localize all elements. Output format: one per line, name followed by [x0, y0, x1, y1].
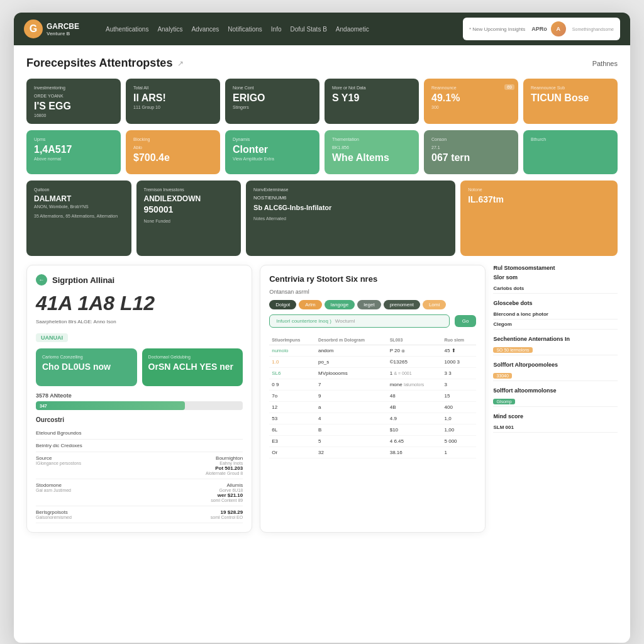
- card-4-value: 49.1%: [431, 93, 511, 103]
- table-row[interactable]: 12 a 4B 400: [269, 402, 476, 413]
- tab-0[interactable]: Dolgot: [269, 300, 296, 309]
- detail-rows: Etelound Bgroundos Beintry dic Credoxes …: [36, 427, 243, 523]
- card-0-label: Investmentoring: [34, 85, 113, 91]
- page-header: Forecepsites Attentropstes ↗ Pathnes: [26, 57, 618, 70]
- cards-row1: Investmentoring ORDE YOANK I'S EGG 16800…: [26, 79, 618, 124]
- detail-1-label: Beintry dic Credoxes: [36, 443, 82, 448]
- search-value: Wocturnl: [335, 318, 355, 324]
- table-row[interactable]: 1.0 po_s ©13265 1000 3: [269, 357, 476, 368]
- search-row: Infuorl countertore Inoq ) Wocturnl Go: [269, 314, 476, 328]
- table-row[interactable]: SL6 MVplooooms 1 & = 0001 3 3: [269, 368, 476, 379]
- left-panel: ← Sigrption Allinai 41A 1A8 L12 Saarphel…: [26, 265, 252, 533]
- nav-link-3[interactable]: Notifications: [228, 26, 262, 33]
- nav-link-4[interactable]: Info: [271, 26, 282, 33]
- table-row[interactable]: 0 9 7 mone Ialumolors 3: [269, 379, 476, 391]
- td-c2: po_s: [316, 357, 387, 368]
- card-r3-1[interactable]: Tremison Invesstons ANDILEXDOWN 950001 N…: [136, 180, 242, 256]
- td-c2: 7: [316, 379, 387, 391]
- nav-link-6[interactable]: Andaometic: [336, 26, 369, 33]
- table-row[interactable]: 53 4 4.9 1,0: [269, 413, 476, 425]
- card-r3-3-sublabel: IL.637tm: [468, 195, 610, 204]
- card-r3-3[interactable]: Notone IL.637tm: [460, 180, 618, 256]
- search-btn[interactable]: Go: [455, 315, 477, 327]
- far-right-section-2: Sechentione Anternations InSO 50 lermolo…: [493, 336, 618, 355]
- card-3[interactable]: More or Not Data S Y19: [325, 79, 419, 124]
- card-r3-1-sublabel: ANDILEXDOWN: [144, 195, 234, 203]
- card-1-sub: 111 Group 10: [133, 105, 213, 109]
- card-0[interactable]: Investmentoring ORDE YOANK I'S EGG 16800: [26, 79, 121, 124]
- nav-link-2[interactable]: Advances: [191, 26, 219, 33]
- td-c4: 400: [442, 402, 477, 413]
- card-r2-5[interactable]: Bthurch: [523, 130, 618, 174]
- nav-link-5[interactable]: Doful Stats B: [290, 26, 326, 33]
- card-r2-5-label: Bthurch: [531, 136, 610, 142]
- sub-card-1[interactable]: Carlomo Czonzelling Cho DL0US now: [36, 348, 137, 386]
- page-arrow-icon: ↗: [177, 59, 184, 68]
- card-r3-0[interactable]: Quitoon DALMART ANON, Wombole, BrobYNS 3…: [26, 180, 131, 256]
- logo-name: GARCBE: [47, 22, 79, 31]
- far-right-section-5: Mind scoreSLM 001: [493, 413, 618, 433]
- search-input-wrap[interactable]: Infuorl countertore Inoq ) Wocturnl: [269, 314, 450, 328]
- tab-2[interactable]: langoge: [325, 300, 355, 309]
- td-c3: 48: [387, 391, 442, 402]
- user-avatar[interactable]: A: [551, 21, 566, 36]
- detail-2-value: Pot 501.203: [206, 465, 243, 471]
- page-actions[interactable]: Pathnes: [592, 60, 618, 67]
- card-5-label: Reannounce Sub: [531, 85, 610, 91]
- search-input-text: Infuorl countertore Inoq ): [276, 318, 331, 324]
- tab-1[interactable]: Arlm: [299, 300, 321, 309]
- card-2-sub: Stingers: [233, 105, 312, 109]
- card-r2-3[interactable]: Thementation BK1.856 Whe Altems: [325, 130, 419, 174]
- td-c3: 4 6.45: [387, 436, 442, 447]
- td-c3: 4.9: [387, 413, 442, 425]
- panel-back-btn[interactable]: ←: [36, 274, 47, 286]
- progress-bar-fill: 347: [36, 401, 185, 410]
- table-row[interactable]: E3 5 4 6.45 5 000: [269, 436, 476, 447]
- tab-5[interactable]: Lomi: [423, 300, 446, 309]
- card-r2-1[interactable]: Blocking Ablo $700.4e: [126, 130, 220, 174]
- detail-2-desc: Bournighton: [206, 455, 243, 461]
- tab-3[interactable]: leget: [357, 300, 380, 309]
- card-r2-4[interactable]: Conson 27.1 067 tern: [424, 130, 518, 174]
- panel-title: Sigrption Allinai: [52, 275, 114, 285]
- card-r2-0-value: 1,4A517: [34, 145, 113, 155]
- card-5[interactable]: Reannounce Sub TICUN Bose: [523, 79, 618, 124]
- table-row[interactable]: Or 32 38.16 1: [269, 447, 476, 458]
- card-1[interactable]: Total All Il ARS! 111 Group 10: [126, 79, 220, 124]
- card-r2-2-label: Dynamis: [233, 136, 312, 142]
- card-4[interactable]: Reannounce 49.1% 300 69: [424, 79, 518, 124]
- td-c3: ©13265: [387, 357, 442, 368]
- tab-4[interactable]: prenoment: [384, 300, 420, 309]
- table-row[interactable]: 6L B $10 1,00: [269, 425, 476, 436]
- far-right-section-title: Solffort Altorpoomolees: [493, 362, 618, 368]
- detail-3-descsub: Gorve 6U18: [211, 488, 243, 492]
- nav-link-0[interactable]: Authentications: [106, 26, 148, 33]
- td-c3: mone Ialumolors: [387, 379, 442, 391]
- table-row[interactable]: 7o 9 48 15: [269, 391, 476, 402]
- sub-card-2[interactable]: Doctomaol Geldubing OrSN ACLH YES ner: [142, 348, 243, 386]
- table-row[interactable]: numolo andom P 20 ◉ 45 ⬆: [269, 345, 476, 357]
- card-r3-1-value: 950001: [144, 205, 234, 214]
- td-c2: 4: [316, 413, 387, 425]
- card-r2-0[interactable]: Upms 1,4A517 Above normal: [26, 130, 121, 174]
- detail-row-3: Stodomone Gal asm Justimed Allumis Gorve…: [36, 479, 243, 506]
- panel-header: ← Sigrption Allinai: [36, 274, 243, 286]
- detail-3-valuesub: soml Content 89: [211, 498, 243, 502]
- detail-4-valuesub: soml Control EO: [211, 515, 243, 519]
- top-nav: G GARCBE Venture B Authentications Analy…: [14, 13, 630, 45]
- logo-sub: Venture B: [47, 31, 79, 36]
- td-c1: 12: [269, 402, 316, 413]
- cards-row3: Quitoon DALMART ANON, Wombole, BrobYNS 3…: [26, 180, 618, 256]
- card-r2-4-value: 067 tern: [431, 153, 511, 163]
- card-r3-2[interactable]: NonvExterminase NOSTIENUM6 Sb ALC6G-Inbs…: [246, 180, 455, 256]
- page-title: Forecepsites Attentropstes: [26, 57, 172, 70]
- detail-3-sub: Gal asm Justimed: [36, 488, 71, 492]
- card-2[interactable]: None Cont ERIGO Stingers: [225, 79, 319, 124]
- far-right-badge: SO 50 lermolons: [493, 347, 532, 353]
- card-r2-2[interactable]: Dynamis Clonter View Amplitude Extra: [225, 130, 319, 174]
- card-r2-3-value: Whe Altems: [332, 153, 411, 163]
- nav-link-1[interactable]: Analytics: [157, 26, 182, 33]
- card-r3-2-value: Sb ALC6G-Inbs-Infilator: [253, 204, 448, 211]
- far-right-section-1: Gloscebe dotsBlercond a lonc photorClego…: [493, 300, 618, 330]
- detail-4-sub: Galsonoremismed: [36, 515, 72, 519]
